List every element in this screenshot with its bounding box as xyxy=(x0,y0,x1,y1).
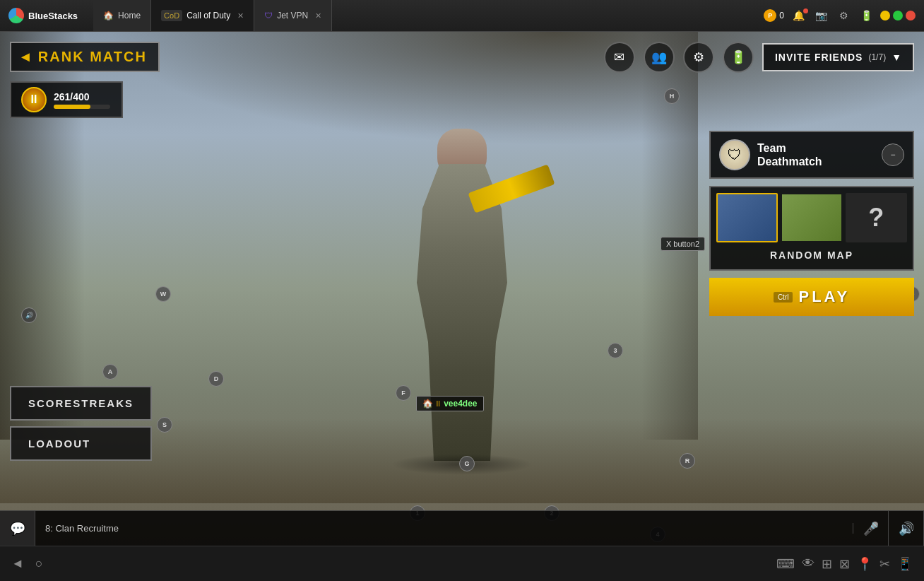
map-grid: ? xyxy=(716,193,907,242)
multiwindow-icon[interactable]: ⊠ xyxy=(839,556,850,572)
tab-home[interactable]: 🏠 Home xyxy=(93,0,151,31)
chat-icon-button[interactable]: 💬 xyxy=(0,511,35,546)
tab-home-label: Home xyxy=(118,11,141,20)
mic-icon-button[interactable]: 🎤 xyxy=(853,511,889,546)
phone-icon[interactable]: 📱 xyxy=(897,556,913,572)
bottom-right-controls: ⌨ 👁 ⊞ ⊠ 📍 ✂ 📱 xyxy=(776,556,913,572)
close-button[interactable] xyxy=(906,11,916,20)
tab-vpn-label: Jet VPN xyxy=(277,11,308,20)
player-rank-icon: II xyxy=(437,400,441,408)
home-nav-icon[interactable]: ○ xyxy=(35,556,43,571)
keyboard-icon[interactable]: ⌨ xyxy=(776,556,795,572)
mode-icon: 🛡 xyxy=(719,139,750,170)
invite-dropdown-icon: ▼ xyxy=(892,52,901,63)
mode-change-button[interactable]: − xyxy=(882,143,904,166)
scorestreaks-button[interactable]: SCORESTREAKS xyxy=(10,386,152,421)
kbd-hint-r: R xyxy=(680,453,695,469)
invite-friends-label: INVITE FRIENDS xyxy=(775,52,863,63)
rank-badge: II xyxy=(21,87,47,112)
invite-count-label: (1/7) xyxy=(868,52,886,62)
kbd-hint-3: 3 xyxy=(608,343,623,358)
tab-cod[interactable]: CoD Call of Duty ✕ xyxy=(151,0,254,31)
mode-panel[interactable]: 🛡 Team Deathmatch − xyxy=(709,131,914,179)
kbd-hint-h: H xyxy=(664,88,680,104)
play-button[interactable]: Ctrl PLAY xyxy=(709,278,914,316)
tab-bar: 🏠 Home CoD Call of Duty ✕ 🛡 Jet VPN ✕ xyxy=(93,0,332,31)
chat-text[interactable]: 8: Clan Recruitme xyxy=(35,523,853,534)
player-label: 🏠 II vee4dee xyxy=(416,396,484,411)
settings-icon[interactable]: ⚙ xyxy=(835,10,852,21)
rank-xp-fill xyxy=(54,105,90,109)
player-home-icon: 🏠 xyxy=(422,399,433,409)
right-panel: 🛡 Team Deathmatch − ? xyxy=(709,131,914,461)
bs-title: BlueStacks xyxy=(28,11,78,21)
rank-match-button[interactable]: ◄ RANK MATCH xyxy=(10,42,160,72)
chat-right-icons: 🎤 🔊 xyxy=(853,511,924,546)
location-icon[interactable]: 📍 xyxy=(857,556,872,572)
top-right-icons: ✉ 👥 ⚙ 🔋 INVITE FRIENDS (1/7) ▼ xyxy=(604,42,914,73)
mode-name: Team Deathmatch xyxy=(757,141,875,168)
scissors-icon[interactable]: ✂ xyxy=(879,556,890,572)
tab-vpn-close[interactable]: ✕ xyxy=(315,11,321,20)
kbd-hint-w: W xyxy=(155,286,171,302)
titlebar: BlueStacks 🏠 Home CoD Call of Duty ✕ 🛡 J… xyxy=(0,0,924,32)
invite-friends-button[interactable]: INVITE FRIENDS (1/7) ▼ xyxy=(762,43,914,71)
chat-bar: 💬 8: Clan Recruitme 🎤 🔊 xyxy=(0,510,924,546)
coin-value: 0 xyxy=(779,11,784,20)
coin-icon: P xyxy=(764,9,776,22)
titlebar-right: P 0 🔔 📷 ⚙ 🔋 xyxy=(764,9,924,22)
grid-icon[interactable]: ⊞ xyxy=(822,556,832,572)
mode-name-line1: Team xyxy=(757,142,786,154)
bluestacks-logo: BlueStacks xyxy=(0,8,86,23)
map-panel: ? RANDOM MAP xyxy=(709,186,914,271)
map-thumb-1[interactable] xyxy=(716,193,778,242)
random-map-label: RANDOM MAP xyxy=(716,247,907,264)
notification-icon[interactable]: 🔔 xyxy=(790,10,807,21)
coin-area: P 0 xyxy=(764,9,784,22)
bs-circle-logo xyxy=(8,8,24,23)
loadout-button[interactable]: LOADOUT xyxy=(10,426,152,461)
x-button-hint: X button2 xyxy=(661,237,705,251)
minimize-button[interactable] xyxy=(880,11,890,20)
cod-icon: CoD xyxy=(161,10,182,21)
kbd-hint-a: A xyxy=(102,364,118,380)
battery-hud-icon: 🔋 xyxy=(723,42,754,73)
tab-vpn[interactable]: 🛡 Jet VPN ✕ xyxy=(254,0,332,31)
eye-icon[interactable]: 👁 xyxy=(802,556,815,572)
kbd-hint-g: G xyxy=(459,456,475,471)
play-label: PLAY xyxy=(798,288,850,306)
home-icon: 🏠 xyxy=(103,11,114,20)
bottom-left-controls: ◄ ○ xyxy=(11,556,43,571)
map-thumb-2[interactable] xyxy=(781,193,842,242)
mode-name-line2: Deathmatch xyxy=(757,155,822,168)
map-bg-1 xyxy=(718,194,776,241)
back-nav-icon[interactable]: ◄ xyxy=(11,556,24,571)
rank-xp-bar xyxy=(54,105,110,109)
char-body xyxy=(405,164,519,461)
battery-icon: 🔋 xyxy=(858,10,875,21)
kbd-hint-s: S xyxy=(157,417,172,433)
map-thumb-random[interactable]: ? xyxy=(846,193,907,242)
speaker-icon-button[interactable]: 🔊 xyxy=(889,511,924,546)
map-bg-2 xyxy=(782,194,841,241)
question-mark-icon: ? xyxy=(868,203,884,233)
window-controls xyxy=(880,11,916,20)
back-arrow-icon: ◄ xyxy=(18,49,32,65)
mode-minus-icon: − xyxy=(890,150,895,160)
friends-icon-button[interactable]: 👥 xyxy=(644,42,675,73)
camera-icon[interactable]: 📷 xyxy=(812,10,829,21)
tab-cod-close[interactable]: ✕ xyxy=(237,11,244,20)
bottombar: ◄ ○ ⌨ 👁 ⊞ ⊠ 📍 ✂ 📱 xyxy=(0,546,924,581)
notif-dot xyxy=(803,8,808,13)
game-area: ◄ RANK MATCH ✉ 👥 ⚙ 🔋 INVITE FRIENDS (1/7… xyxy=(0,32,924,546)
rank-badge-area: II 261/400 xyxy=(10,81,123,118)
tab-cod-label: Call of Duty xyxy=(186,11,230,20)
player-name: vee4dee xyxy=(444,399,477,409)
mail-icon-button[interactable]: ✉ xyxy=(604,42,635,73)
maximize-button[interactable] xyxy=(893,11,903,20)
gear-icon-button[interactable]: ⚙ xyxy=(683,42,714,73)
volume-icon[interactable]: 🔊 xyxy=(21,307,37,323)
kbd-hint-f: F xyxy=(396,385,411,401)
rank-match-title: RANK MATCH xyxy=(38,49,147,65)
rank-xp-text: 261/400 xyxy=(54,91,110,102)
